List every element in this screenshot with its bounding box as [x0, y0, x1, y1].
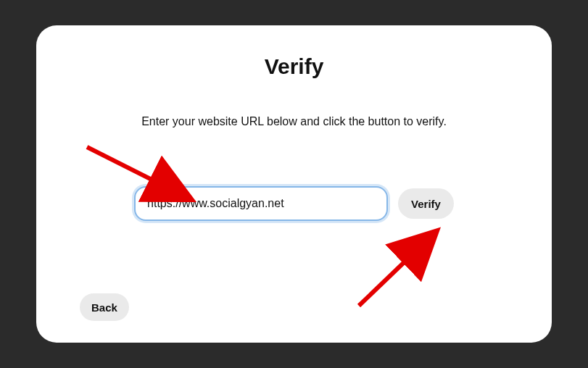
- verify-modal: Verify Enter your website URL below and …: [36, 25, 552, 343]
- website-url-input[interactable]: [134, 186, 388, 221]
- url-verify-row: Verify: [80, 186, 508, 221]
- modal-title: Verify: [80, 54, 508, 79]
- back-button[interactable]: Back: [80, 293, 129, 321]
- instruction-text: Enter your website URL below and click t…: [80, 115, 508, 128]
- verify-button[interactable]: Verify: [398, 188, 454, 219]
